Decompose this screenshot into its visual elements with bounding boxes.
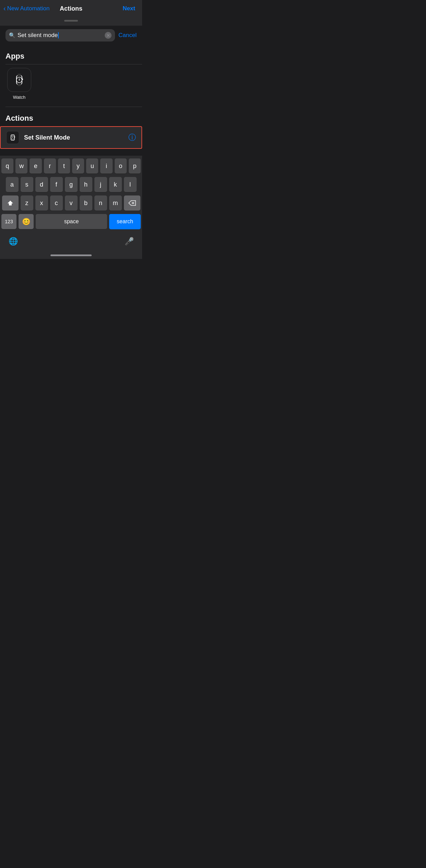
space-key[interactable]: space: [36, 214, 107, 229]
action-label-set-silent-mode: Set Silent Mode: [24, 134, 124, 141]
search-icon: 🔍: [9, 32, 15, 38]
keyboard: q w e r t y u i o p a s d f g h j k l z …: [0, 156, 142, 259]
key-m[interactable]: m: [109, 195, 122, 211]
apps-section-header: Apps: [0, 45, 142, 64]
key-k[interactable]: k: [109, 177, 122, 192]
back-label: New Automation: [7, 5, 50, 12]
key-t[interactable]: t: [58, 158, 70, 174]
chevron-left-icon: ‹: [3, 4, 6, 12]
key-q[interactable]: q: [1, 158, 13, 174]
text-cursor: [58, 32, 59, 38]
key-g[interactable]: g: [65, 177, 78, 192]
key-o[interactable]: o: [115, 158, 127, 174]
keyboard-row-4: 123 😊 space search: [1, 214, 141, 229]
globe-key[interactable]: 🌐: [5, 234, 21, 249]
numbers-key[interactable]: 123: [1, 214, 16, 229]
action-watch-icon: [8, 133, 18, 142]
key-y[interactable]: y: [72, 158, 84, 174]
key-s[interactable]: s: [21, 177, 33, 192]
clear-button[interactable]: ✕: [105, 32, 112, 39]
key-l[interactable]: l: [124, 177, 137, 192]
app-item-watch[interactable]: Watch: [5, 68, 33, 100]
cancel-button[interactable]: Cancel: [118, 32, 137, 39]
key-v[interactable]: v: [65, 195, 78, 211]
key-r[interactable]: r: [44, 158, 56, 174]
home-indicator: [1, 252, 141, 258]
actions-section: Actions Set Silent Mode ⓘ: [0, 107, 142, 149]
key-b[interactable]: b: [80, 195, 92, 211]
svg-marker-15: [8, 201, 13, 205]
key-w[interactable]: w: [15, 158, 27, 174]
backspace-key[interactable]: [124, 195, 140, 211]
key-n[interactable]: n: [94, 195, 107, 211]
key-p[interactable]: p: [129, 158, 141, 174]
info-button[interactable]: ⓘ: [128, 132, 136, 143]
key-e[interactable]: e: [30, 158, 42, 174]
action-icon-watch: [6, 131, 19, 144]
home-bar: [50, 254, 92, 256]
drag-handle: [64, 20, 78, 22]
key-h[interactable]: h: [80, 177, 92, 192]
key-x[interactable]: x: [35, 195, 48, 211]
nav-bar: ‹ New Automation Actions Next: [0, 0, 142, 17]
search-key[interactable]: search: [109, 214, 141, 229]
backspace-icon: [128, 200, 136, 206]
svg-rect-3: [22, 79, 23, 80]
apps-section: Apps: [0, 45, 142, 107]
key-d[interactable]: d: [35, 177, 48, 192]
key-a[interactable]: a: [6, 177, 19, 192]
shift-icon: [7, 200, 13, 206]
microphone-key[interactable]: 🎤: [122, 234, 137, 249]
next-button[interactable]: Next: [123, 5, 135, 12]
svg-rect-12: [14, 136, 15, 138]
search-value: Set silent mode: [18, 32, 58, 39]
watch-app-icon: [7, 68, 31, 92]
nav-title: Actions: [60, 5, 82, 12]
key-j[interactable]: j: [94, 177, 107, 192]
key-i[interactable]: i: [100, 158, 112, 174]
key-z[interactable]: z: [21, 195, 33, 211]
key-u[interactable]: u: [86, 158, 98, 174]
svg-rect-4: [18, 74, 21, 76]
key-f[interactable]: f: [50, 177, 63, 192]
keyboard-row-1: q w e r t y u i o p: [1, 158, 141, 174]
emoji-key[interactable]: 😊: [19, 214, 34, 229]
keyboard-row-3: z x c v b n m: [1, 195, 141, 211]
keyboard-row-2: a s d f g h j k l: [1, 177, 141, 192]
svg-point-13: [12, 137, 13, 138]
key-c[interactable]: c: [50, 195, 63, 211]
search-input[interactable]: Set silent mode: [18, 32, 103, 39]
apps-list: Watch: [0, 64, 142, 107]
actions-section-header: Actions: [0, 107, 142, 126]
watch-icon: [11, 71, 28, 88]
keyboard-bottom-row: 🌐 🎤: [1, 233, 141, 252]
shift-key[interactable]: [2, 195, 19, 211]
search-bar[interactable]: 🔍 Set silent mode ✕: [5, 29, 115, 41]
search-container: 🔍 Set silent mode ✕ Cancel: [0, 26, 142, 45]
action-row-set-silent-mode[interactable]: Set Silent Mode ⓘ: [0, 126, 142, 149]
watch-app-label: Watch: [13, 95, 25, 100]
drag-handle-container: [0, 17, 142, 26]
svg-rect-5: [18, 84, 21, 86]
back-button[interactable]: ‹ New Automation: [3, 5, 49, 12]
